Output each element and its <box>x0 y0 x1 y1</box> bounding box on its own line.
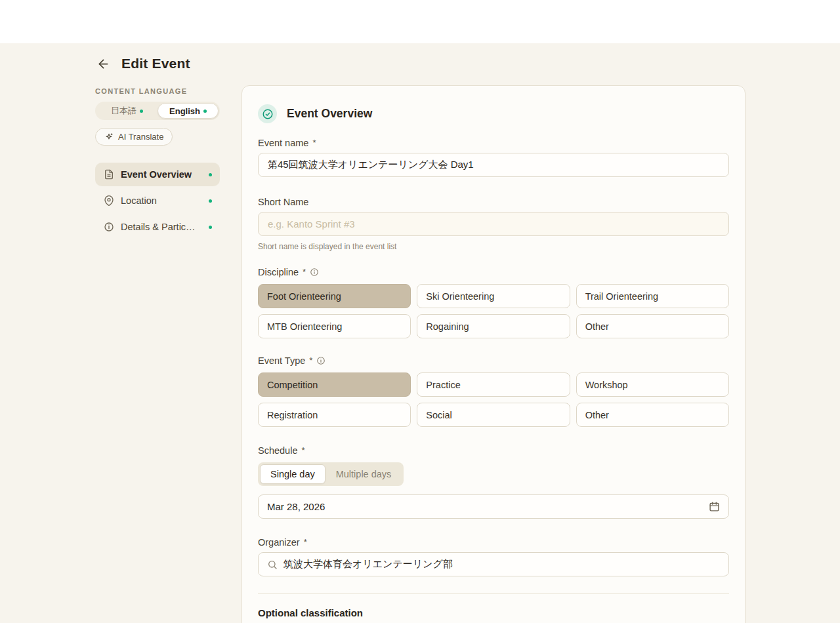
short-name-helper: Short name is displayed in the event lis… <box>258 242 729 251</box>
discipline-option-rogaining[interactable]: Rogaining <box>417 314 570 338</box>
short-name-label: Short Name <box>258 197 729 207</box>
organizer-value: 筑波大学体育会オリエンテーリング部 <box>284 558 453 571</box>
status-dot <box>209 173 212 176</box>
organizer-field: Organizer* 筑波大学体育会オリエンテーリング部 <box>258 537 729 576</box>
schedule-segmented-control: Single day Multiple days <box>258 462 404 486</box>
ai-translate-label: AI Translate <box>118 132 163 142</box>
discipline-option-foot-orienteering[interactable]: Foot Orienteering <box>258 284 411 308</box>
required-mark: * <box>303 267 306 277</box>
discipline-options: Foot Orienteering Ski Orienteering Trail… <box>258 284 729 338</box>
event-type-option-other[interactable]: Other <box>576 403 729 427</box>
discipline-option-ski-orienteering[interactable]: Ski Orienteering <box>417 284 570 308</box>
section-title: Event Overview <box>287 107 372 121</box>
top-bar <box>0 0 840 43</box>
optional-classification-heading: Optional classification <box>258 607 729 618</box>
schedule-label: Schedule* <box>258 445 729 456</box>
info-icon[interactable] <box>310 268 319 277</box>
schedule-tab-multiple-days[interactable]: Multiple days <box>326 464 402 484</box>
organizer-label: Organizer* <box>258 537 729 548</box>
event-type-label: Event Type* <box>258 355 729 366</box>
schedule-tab-single-day[interactable]: Single day <box>260 464 326 484</box>
status-dot <box>209 226 212 229</box>
status-dot <box>203 110 207 113</box>
discipline-option-trail-orienteering[interactable]: Trail Orienteering <box>576 284 729 308</box>
event-name-input[interactable] <box>258 153 729 177</box>
required-mark: * <box>304 537 307 548</box>
organizer-input[interactable]: 筑波大学体育会オリエンテーリング部 <box>258 552 729 576</box>
sidebar-item-label: Location <box>121 195 157 206</box>
ai-translate-button[interactable]: AI Translate <box>95 128 173 146</box>
sidebar-item-label: Details & Partic… <box>121 222 196 232</box>
sidebar-nav: Event Overview Location Details & Partic… <box>95 163 220 239</box>
sparkles-icon <box>104 132 114 142</box>
sidebar-item-label: Event Overview <box>121 169 192 180</box>
discipline-option-other[interactable]: Other <box>576 314 729 338</box>
page-header: Edit Event <box>95 56 190 71</box>
schedule-field: Schedule* Single day Multiple days Mar 2… <box>258 445 729 519</box>
event-type-option-social[interactable]: Social <box>417 403 570 427</box>
date-input[interactable]: Mar 28, 2026 <box>258 494 729 519</box>
search-icon <box>267 559 278 570</box>
language-tab-japanese[interactable]: 日本語 <box>96 103 158 119</box>
status-dot <box>209 199 212 203</box>
section-divider <box>258 593 729 594</box>
event-name-field: Event name* <box>258 138 729 177</box>
content-language-label: CONTENT LANGUAGE <box>95 87 220 95</box>
required-mark: * <box>309 355 312 366</box>
discipline-label: Discipline* <box>258 267 729 277</box>
date-value: Mar 28, 2026 <box>267 501 325 512</box>
calendar-icon[interactable] <box>709 501 720 512</box>
event-name-label: Event name* <box>258 138 729 148</box>
back-button[interactable] <box>95 56 111 71</box>
event-type-option-workshop[interactable]: Workshop <box>576 372 729 397</box>
arrow-left-icon <box>96 57 110 71</box>
status-dot <box>140 110 143 113</box>
language-tab-japanese-label: 日本語 <box>111 105 136 117</box>
required-mark: * <box>301 445 304 456</box>
event-overview-card: Event Overview Event name* Short Name Sh… <box>242 85 746 623</box>
event-type-field: Event Type* Competition Practice Worksho… <box>258 355 729 427</box>
info-icon <box>104 222 114 232</box>
discipline-option-mtb-orienteering[interactable]: MTB Orienteering <box>258 314 411 338</box>
sidebar-item-details-participation[interactable]: Details & Partic… <box>95 215 220 239</box>
info-icon[interactable] <box>316 356 326 365</box>
document-icon <box>104 169 114 180</box>
card-header: Event Overview <box>258 104 729 123</box>
short-name-field: Short Name Short name is displayed in th… <box>258 197 729 251</box>
sidebar: CONTENT LANGUAGE 日本語 English AI Translat… <box>95 87 220 239</box>
check-circle-icon <box>258 104 277 123</box>
language-toggle: 日本語 English <box>95 102 220 120</box>
event-type-option-practice[interactable]: Practice <box>417 372 570 397</box>
language-tab-english-label: English <box>169 106 200 116</box>
language-tab-english[interactable]: English <box>158 103 219 119</box>
event-type-option-competition[interactable]: Competition <box>258 372 411 397</box>
required-mark: * <box>312 138 316 148</box>
page-title: Edit Event <box>121 56 190 71</box>
short-name-input[interactable] <box>258 212 729 236</box>
sidebar-item-location[interactable]: Location <box>95 189 220 212</box>
map-pin-icon <box>104 195 114 206</box>
event-type-option-registration[interactable]: Registration <box>258 403 411 427</box>
discipline-field: Discipline* Foot Orienteering Ski Orient… <box>258 267 729 338</box>
sidebar-item-event-overview[interactable]: Event Overview <box>95 163 220 186</box>
event-type-options: Competition Practice Workshop Registrati… <box>258 372 729 427</box>
